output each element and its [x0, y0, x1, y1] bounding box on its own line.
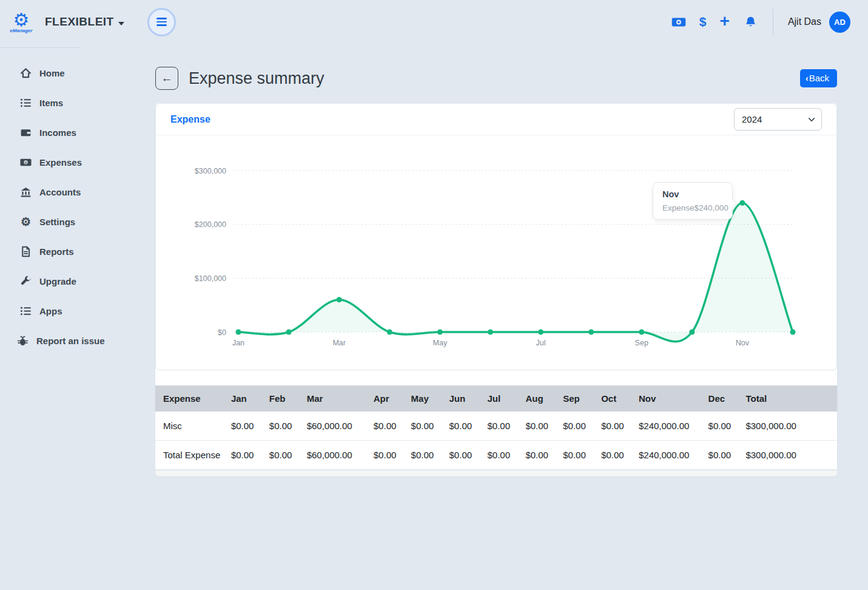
- chart-point[interactable]: [488, 330, 493, 335]
- expense-summary-card: Expense 2024 $0$100,000$200,000$300,000J…: [155, 103, 837, 476]
- chart-svg: $0$100,000$200,000$300,000JanMarMayJulSe…: [156, 135, 836, 370]
- gear-icon: ⚙: [20, 216, 32, 228]
- bell-icon[interactable]: [744, 16, 757, 29]
- dollar-icon[interactable]: $: [699, 15, 707, 29]
- column-header: Dec: [704, 385, 741, 412]
- sidebar-item-label: Expenses: [39, 157, 82, 168]
- column-header: Feb: [264, 385, 302, 412]
- table-cell: $300,000.00: [741, 412, 837, 441]
- chevron-left-icon: ‹: [806, 73, 809, 83]
- logo-subtext: eManager: [7, 29, 35, 33]
- bank-icon: [20, 186, 32, 198]
- table-cell: $0.00: [704, 412, 741, 441]
- app-logo[interactable]: ⚙ eManager: [7, 11, 35, 33]
- sidebar-item-apps[interactable]: Apps: [0, 296, 115, 326]
- expense-table-wrap: ExpenseJanFebMarAprMayJunJulAugSepOctNov…: [155, 385, 837, 470]
- table-cell: $0.00: [704, 441, 741, 470]
- table-cell: $60,000.00: [302, 441, 369, 470]
- table-cell: $0.00: [369, 412, 406, 441]
- sidebar: HomeItemsIncomes0ExpensesAccounts⚙Settin…: [0, 44, 115, 590]
- plus-icon[interactable]: +: [720, 12, 730, 31]
- chart-point[interactable]: [639, 330, 644, 335]
- back-button[interactable]: ‹ Back: [800, 69, 837, 87]
- panel-header: Expense 2024: [156, 104, 836, 135]
- document-icon: [20, 246, 32, 257]
- row-label: Total Expense: [155, 441, 226, 470]
- chart-point[interactable]: [387, 330, 392, 335]
- svg-text:0: 0: [25, 160, 27, 164]
- tooltip-value: Expense$240,000: [662, 203, 723, 212]
- column-header: Oct: [596, 385, 634, 412]
- table-cell: $0.00: [226, 412, 264, 441]
- sidebar-item-accounts[interactable]: Accounts: [0, 177, 115, 207]
- chart-point[interactable]: [689, 330, 695, 335]
- x-tick-label: Sep: [635, 339, 648, 347]
- chart-point[interactable]: [286, 330, 292, 335]
- chart-point[interactable]: [790, 330, 796, 335]
- sidebar-item-label: Apps: [39, 306, 62, 316]
- money-icon[interactable]: [671, 18, 686, 27]
- x-tick-label: Jul: [536, 339, 546, 347]
- home-icon: [20, 67, 32, 79]
- main-content: ← Expense summary ‹ Back Expense 2024 $0…: [115, 44, 868, 590]
- table-cell: $0.00: [482, 412, 520, 441]
- sidebar-item-upgrade[interactable]: Upgrade: [0, 266, 115, 296]
- chart-point[interactable]: [437, 330, 443, 335]
- y-tick-label: $100,000: [195, 274, 226, 283]
- avatar[interactable]: AD: [829, 12, 850, 33]
- expense-line-chart: $0$100,000$200,000$300,000JanMarMayJulSe…: [156, 135, 836, 370]
- hamburger-icon: [156, 18, 167, 19]
- table-cell: $0.00: [264, 412, 302, 441]
- sidebar-item-label: Settings: [39, 217, 75, 227]
- table-cell: $0.00: [445, 441, 483, 470]
- list-icon: [20, 97, 32, 109]
- sidebar-item-incomes[interactable]: Incomes: [0, 118, 115, 148]
- expense-table: ExpenseJanFebMarAprMayJunJulAugSepOctNov…: [155, 385, 837, 470]
- table-cell: $0.00: [558, 441, 596, 470]
- sidebar-item-label: Items: [39, 98, 63, 108]
- table-cell: $300,000.00: [741, 441, 837, 470]
- sidebar-item-home[interactable]: Home: [0, 58, 115, 88]
- wallet-icon: [20, 127, 32, 138]
- column-header: May: [406, 385, 445, 412]
- chevron-down-icon: [118, 22, 124, 25]
- sidebar-item-reports[interactable]: Reports: [0, 237, 115, 266]
- column-header: Aug: [520, 385, 558, 412]
- table-cell: $0.00: [520, 412, 558, 441]
- sidebar-item-items[interactable]: Items: [0, 88, 115, 118]
- sidebar-item-report-an-issue[interactable]: Report an issue: [0, 326, 115, 356]
- table-cell: $0.00: [369, 441, 406, 470]
- year-select[interactable]: 2024: [734, 108, 822, 131]
- table-cell: $0.00: [445, 412, 483, 441]
- sidebar-toggle-button[interactable]: [147, 8, 176, 36]
- x-tick-label: Mar: [332, 339, 346, 347]
- brand-cluster: ⚙ eManager FLEXIBLEIT: [7, 8, 176, 36]
- table-cell: $0.00: [264, 441, 302, 470]
- chart-point[interactable]: [337, 297, 342, 302]
- table-cell: $0.00: [596, 412, 634, 441]
- brand-name[interactable]: FLEXIBLEIT: [45, 15, 124, 29]
- table-row: Total Expense$0.00$0.00$60,000.00$0.00$0…: [155, 441, 837, 470]
- chart-tooltip: Nov Expense$240,000: [653, 182, 733, 220]
- y-tick-label: $200,000: [195, 220, 226, 229]
- chart-point[interactable]: [236, 330, 241, 335]
- sidebar-item-expenses[interactable]: 0Expenses: [0, 148, 115, 177]
- row-label: Misc: [155, 412, 226, 441]
- sidebar-item-settings[interactable]: ⚙Settings: [0, 207, 115, 237]
- chart-point[interactable]: [739, 200, 745, 206]
- expense-chart-panel: Expense 2024 $0$100,000$200,000$300,000J…: [155, 103, 837, 370]
- x-tick-label: Jan: [232, 339, 244, 347]
- page-title-row: ← Expense summary ‹ Back: [155, 67, 837, 90]
- column-header: Jun: [445, 385, 483, 412]
- chart-point[interactable]: [538, 330, 543, 335]
- x-tick-label: May: [433, 339, 448, 347]
- chart-point[interactable]: [588, 330, 594, 335]
- user-name[interactable]: Ajit Das: [788, 16, 821, 27]
- y-tick-label: $300,000: [195, 167, 226, 175]
- sidebar-item-label: Report an issue: [36, 336, 105, 346]
- table-scrollbar-track[interactable]: [155, 470, 837, 476]
- header-divider: [773, 8, 773, 35]
- table-cell: $0.00: [226, 441, 264, 470]
- chart-area-fill: [238, 203, 793, 342]
- back-arrow-button[interactable]: ←: [155, 67, 178, 90]
